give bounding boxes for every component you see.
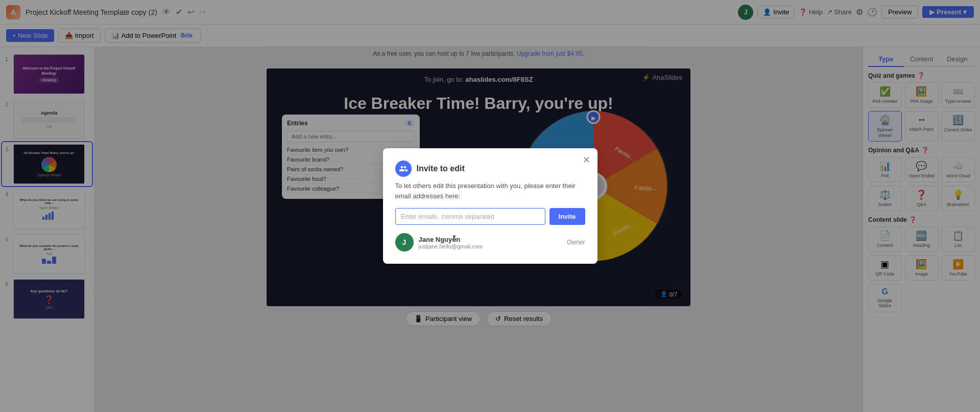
collaborator-info: Jane Nguyễn justjane.hello@gmail.com	[419, 236, 562, 249]
modal-avatar-icon	[395, 161, 412, 177]
email-input[interactable]	[395, 208, 545, 225]
modal-description: To let others edit this presentation wit…	[395, 181, 585, 201]
modal-title: Invite to edit	[417, 164, 465, 173]
modal-close-button[interactable]: ✕	[583, 155, 590, 165]
invite-modal: ✕ Invite to edit To let others edit this…	[383, 148, 597, 264]
collaborator-name: Jane Nguyễn	[419, 236, 562, 243]
collaborator-avatar: J	[395, 233, 414, 251]
collaborator-role: Owner	[567, 239, 585, 246]
collaborator-email: justjane.hello@gmail.com	[419, 243, 562, 249]
collaborator-row: J Jane Nguyễn justjane.hello@gmail.com O…	[395, 233, 585, 251]
modal-invite-button[interactable]: Invite	[549, 208, 585, 225]
modal-overlay[interactable]: ✕ Invite to edit To let others edit this…	[0, 0, 980, 412]
